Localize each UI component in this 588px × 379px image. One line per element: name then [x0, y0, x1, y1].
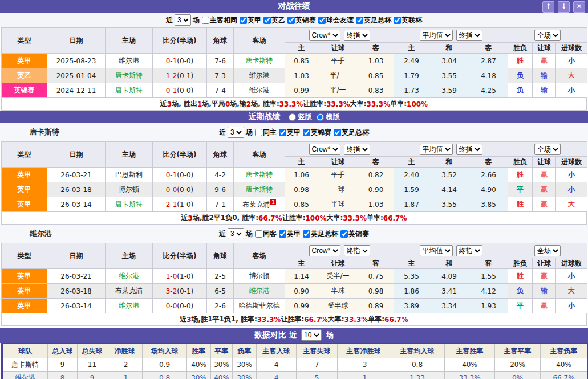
stat-cell: -1	[338, 372, 390, 379]
fulltime-score: 3-2	[166, 287, 177, 295]
league-checkbox[interactable]: 英甲	[237, 15, 261, 25]
compare-col-loss-rate: 负率	[233, 344, 257, 358]
handicap-result-cell: 输	[533, 68, 556, 83]
same-venue-checkbox[interactable]: 主客相同	[200, 15, 237, 25]
handicap-result-cell: 赢	[533, 197, 556, 212]
handicap-cell: 半球	[318, 197, 358, 212]
table-row: 英甲 2025-08-23 维尔港 0-1(0-0) 7-6 唐卡斯特 0.85…	[2, 54, 587, 68]
games-unit-label: 场	[326, 330, 334, 340]
league-checkbox[interactable]: 英锦赛	[301, 128, 331, 137]
league-badge: 英甲	[2, 197, 47, 211]
odds-group-header: Crow*终指	[285, 243, 394, 258]
league-checkbox[interactable]: 球会友谊	[316, 15, 354, 25]
doncaster-table: 类型 日期 主场 比分(半场) 角球 客场 Crow*终指 平均值终指 全场 主…	[1, 141, 587, 212]
league-checkbox[interactable]: 英乙	[261, 15, 285, 25]
league-checkbox[interactable]: 英甲	[277, 128, 301, 137]
same-away-checkbox[interactable]: 同客	[253, 229, 277, 239]
average-select[interactable]: 平均值	[420, 30, 453, 41]
final-index-select[interactable]: 终指	[456, 245, 482, 256]
final-index-select[interactable]: 终指	[344, 144, 370, 155]
handicap-cell: 平手	[318, 54, 358, 68]
games-unit-label: 场	[246, 229, 253, 239]
odds-away-cell: 0.82	[358, 168, 394, 182]
doncaster-summary: 近3场,胜2平1负0, 胜率:66.7% 让胜率:100% 大率:33.3% 单…	[1, 212, 587, 225]
compare-col-ha-goals-for: 主客入球	[257, 344, 297, 358]
stat-cell: 0.8	[143, 372, 187, 379]
avg-home-cell: 2.40	[394, 168, 429, 182]
col-handicap-result: 让球	[533, 157, 556, 168]
odds-away-cell: 0.98	[358, 284, 394, 299]
compare-games-select[interactable]: 10	[301, 329, 322, 341]
odds-away-cell: 0.83	[358, 83, 394, 98]
col-corner: 角球	[207, 28, 234, 54]
away-team-cell: 唐卡斯特	[234, 182, 285, 197]
avg-away-cell: 2.87	[469, 54, 508, 68]
winloss-cell: 胜	[508, 197, 533, 212]
home-team-cell: 维尔港	[106, 54, 153, 68]
col-date: 日期	[47, 142, 106, 168]
horizontal-layout-radio[interactable]: 横版	[314, 112, 340, 122]
league-checkbox[interactable]: 英锦赛	[338, 229, 369, 239]
winloss-cell: 平	[508, 182, 533, 197]
compare-col-ha-draw-rate: 主客平率	[495, 344, 541, 358]
avg-home-cell: 5.35	[394, 269, 429, 284]
league-checkbox[interactable]: 英锦赛	[285, 15, 316, 25]
league-checkbox[interactable]: 英足总杯	[301, 229, 338, 239]
full-match-select[interactable]: 全场	[534, 30, 561, 41]
score-cell: 1-0(1-0)	[153, 269, 207, 284]
league-checkbox[interactable]: 英甲	[277, 229, 301, 239]
full-match-select[interactable]: 全场	[534, 144, 561, 155]
col-avg-away: 客	[469, 258, 508, 269]
close-button[interactable]: ✕	[573, 1, 585, 13]
full-match-select[interactable]: 全场	[534, 245, 561, 256]
avg-draw-cell: 3.55	[429, 197, 469, 212]
compare-table: 球队 总入球 总失球 净胜球 场均入球 胜率 平率 负率 主客入球 主客失球 主…	[1, 343, 588, 379]
final-index-select[interactable]: 终指	[456, 144, 482, 155]
h2h-title: 对战往绩	[278, 1, 310, 11]
avg-draw-cell: 3.59	[429, 83, 469, 98]
vertical-layout-radio[interactable]: 竖版	[286, 112, 312, 122]
goals-result-cell: 小	[556, 299, 587, 313]
league-checkbox[interactable]: 英联杯	[391, 15, 422, 25]
winloss-cell: 胜	[508, 54, 533, 68]
stat-cell: 1.33	[390, 372, 445, 379]
avg-home-cell: 3.89	[394, 299, 429, 313]
home-team-cell: 唐卡斯特	[106, 68, 153, 83]
final-index-select[interactable]: 终指	[344, 245, 370, 256]
league-checkbox[interactable]: 英足总杯	[331, 128, 369, 137]
handicap-result-cell: 输	[533, 83, 556, 98]
same-home-checkbox[interactable]: 同主	[253, 128, 277, 137]
fulltime-score: 0-0	[166, 186, 177, 194]
avg-draw-cell: 3.04	[429, 54, 469, 68]
avg-draw-cell: 3.55	[429, 68, 469, 83]
final-index-select[interactable]: 终指	[456, 30, 482, 41]
col-corner: 角球	[207, 243, 234, 269]
final-index-select[interactable]: 终指	[344, 30, 370, 41]
odds-away-cell: 0.75	[358, 269, 394, 284]
col-avg-home: 主	[394, 258, 429, 269]
checkbox[interactable]	[202, 17, 209, 24]
league-type-cell: 英甲	[2, 168, 47, 182]
portvale-games-select[interactable]: 3	[228, 228, 244, 239]
stat-cell: 0%	[495, 372, 541, 379]
compare-col-ha-loss-rate: 主客负率	[541, 344, 588, 358]
home-team-cell: 布莱克浦	[106, 284, 153, 299]
bookmaker-select[interactable]: Crow*	[309, 30, 340, 41]
home-team-cell: 巴恩斯利	[106, 168, 153, 182]
doncaster-games-select[interactable]: 3	[228, 127, 244, 138]
h2h-titlebar: 对战往绩 ↑ ↓ ✕	[0, 0, 588, 13]
avg-home-cell: 1.73	[394, 83, 429, 98]
bookmaker-select[interactable]: Crow*	[309, 144, 340, 155]
scroll-up-button[interactable]: ↑	[542, 1, 554, 13]
table-row: 英乙 2025-01-04 唐卡斯特 1-2(0-1) 7-3 维尔港 1.03…	[2, 68, 587, 83]
winloss-cell: 平	[508, 299, 533, 313]
compare-col-ha-goals-against: 主客失球	[297, 344, 338, 358]
h2h-games-select[interactable]: 3	[175, 14, 191, 26]
league-checkbox[interactable]: 英足总杯	[354, 15, 391, 25]
handicap-cell: 半/一	[318, 83, 358, 98]
scroll-down-button[interactable]: ↓	[558, 1, 570, 13]
bookmaker-select[interactable]: Crow*	[309, 245, 340, 256]
average-select[interactable]: 平均值	[420, 245, 453, 256]
average-select[interactable]: 平均值	[420, 144, 453, 155]
handicap-result-cell: 赢	[533, 182, 556, 197]
